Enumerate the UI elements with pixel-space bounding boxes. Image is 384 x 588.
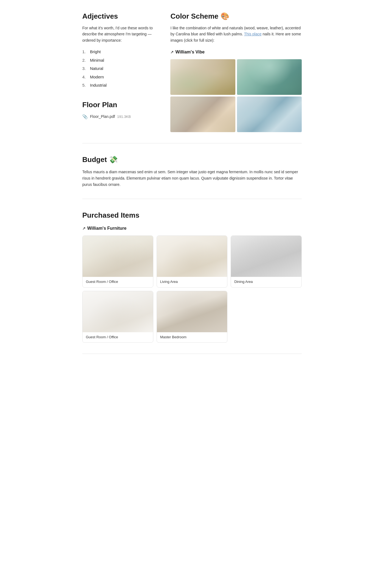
- color-scheme-heading: Color Scheme 🎨: [170, 11, 302, 22]
- adjectives-heading: Adjectives: [82, 11, 159, 22]
- list-num: 2.: [82, 57, 88, 64]
- adjective-label: Natural: [90, 66, 103, 72]
- vibe-image-3[interactable]: [170, 96, 235, 132]
- budget-heading: Budget 💸: [82, 154, 302, 165]
- williams-vibe-header: ↗ William's Vibe: [170, 49, 302, 55]
- top-section: Adjectives For what it's worth, I'd use …: [82, 11, 302, 132]
- item-card-sofa-white[interactable]: Guest Room / Office: [82, 291, 153, 343]
- list-num: 1.: [82, 49, 88, 55]
- list-item: 3. Natural: [82, 64, 159, 73]
- item-label-dining: Dining Area: [231, 277, 301, 287]
- item-card-sofa-beige[interactable]: Living Area: [157, 235, 228, 288]
- file-size: 191.3KB: [117, 114, 131, 120]
- item-image-desk: [83, 236, 153, 277]
- page-wrapper: Adjectives For what it's worth, I'd use …: [69, 0, 315, 376]
- item-card-dining[interactable]: Dining Area: [231, 235, 302, 288]
- floor-plan-section: Floor Plan 📎 Floor_Plan.pdf 191.3KB: [82, 100, 159, 120]
- divider-2: [82, 199, 302, 199]
- item-image-bed: [157, 291, 227, 332]
- adjective-label: Minimal: [90, 57, 104, 64]
- divider-3: [82, 354, 302, 354]
- list-item: 4. Modern: [82, 73, 159, 81]
- item-label-sofa-white: Guest Room / Office: [83, 332, 153, 343]
- item-image-sofa-beige: [157, 236, 227, 277]
- list-num: 5.: [82, 82, 88, 89]
- file-attachment[interactable]: 📎 Floor_Plan.pdf 191.3KB: [82, 113, 159, 120]
- vibe-image-4[interactable]: [237, 96, 302, 132]
- this-place-link[interactable]: This place: [244, 32, 262, 36]
- list-item: 2. Minimal: [82, 56, 159, 65]
- floor-plan-heading: Floor Plan: [82, 100, 159, 110]
- list-num: 4.: [82, 74, 88, 80]
- budget-section: Budget 💸 Tellus mauris a diam maecenas s…: [82, 154, 302, 188]
- item-card-bed[interactable]: Master Bedroom: [157, 291, 228, 343]
- adjectives-description: For what it's worth, I'd use these words…: [82, 25, 159, 43]
- purchased-section: Purchased Items ↗ William's Furniture Gu…: [82, 210, 302, 343]
- adjective-label: Industrial: [90, 82, 107, 89]
- item-label-sofa-beige: Living Area: [157, 277, 227, 287]
- vibe-image-2[interactable]: [237, 59, 302, 95]
- divider-1: [82, 143, 302, 143]
- adjectives-list: 1. Bright 2. Minimal 3. Natural 4. Moder…: [82, 48, 159, 90]
- williams-furniture-title: William's Furniture: [87, 225, 126, 232]
- williams-vibe-title: William's Vibe: [175, 49, 205, 55]
- external-link-icon: ↗: [170, 49, 174, 55]
- williams-vibe-image-grid: [170, 59, 302, 132]
- external-link-icon-2: ↗: [82, 226, 86, 231]
- item-label-desk: Guest Room / Office: [83, 277, 153, 287]
- color-scheme-description: I like the combination of white and natu…: [170, 25, 302, 43]
- right-column: Color Scheme 🎨 I like the combination of…: [170, 11, 302, 132]
- attachment-icon: 📎: [82, 113, 88, 120]
- budget-text: Tellus mauris a diam maecenas sed enim u…: [82, 169, 302, 188]
- purchased-items-row-2: Guest Room / Office Master Bedroom: [82, 291, 302, 343]
- purchased-items-row-1: Guest Room / Office Living Area Dining A…: [82, 235, 302, 288]
- list-item: 1. Bright: [82, 48, 159, 56]
- list-item: 5. Industrial: [82, 81, 159, 90]
- williams-furniture-header: ↗ William's Furniture: [82, 225, 302, 232]
- item-label-bed: Master Bedroom: [157, 332, 227, 343]
- left-column: Adjectives For what it's worth, I'd use …: [82, 11, 159, 132]
- item-card-desk[interactable]: Guest Room / Office: [82, 235, 153, 288]
- item-image-dining: [231, 236, 301, 277]
- adjective-label: Bright: [90, 49, 101, 55]
- vibe-image-1[interactable]: [170, 59, 235, 95]
- list-num: 3.: [82, 66, 88, 72]
- adjective-label: Modern: [90, 74, 104, 80]
- purchased-heading: Purchased Items: [82, 210, 302, 221]
- file-name: Floor_Plan.pdf: [90, 114, 115, 120]
- item-image-sofa-white: [83, 291, 153, 332]
